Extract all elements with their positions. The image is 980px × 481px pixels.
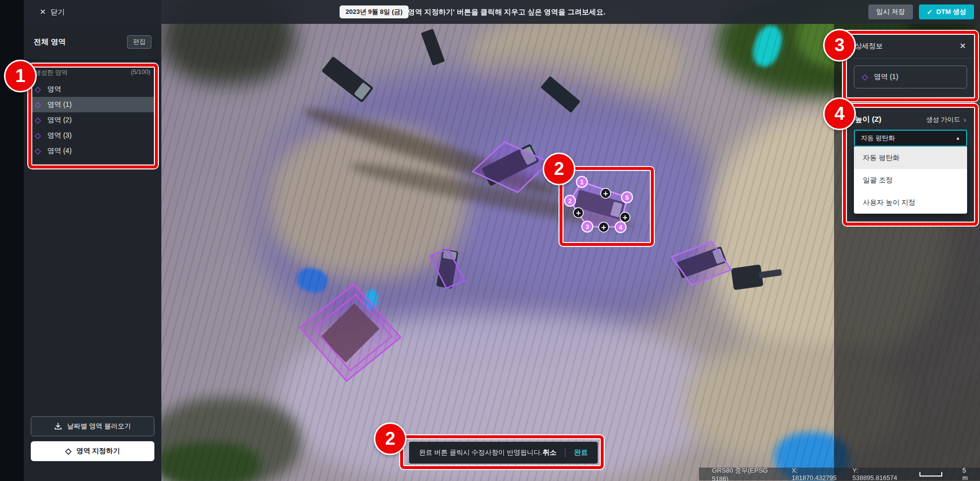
sidebar-header: 전체 영역 편집	[24, 24, 161, 61]
diamond-icon: ◇	[65, 447, 71, 455]
designate-area-button[interactable]: ◇ 영역 지정하기	[31, 441, 154, 461]
temp-save-button[interactable]: 임시 저장	[868, 4, 913, 19]
scale-bar	[919, 472, 942, 477]
selected-area-chip[interactable]: ◇ 영역 (1)	[854, 66, 967, 88]
dtm-generate-button[interactable]: ✓ DTM 생성	[919, 4, 974, 19]
area-list-item[interactable]: ◇ 영역 (3)	[30, 128, 155, 143]
download-icon	[54, 422, 62, 430]
detail-info-panel: 상세정보 ✕ ◇ 영역 (1)	[847, 34, 974, 96]
area-item-label: 영역	[47, 85, 61, 94]
diamond-icon: ◇	[35, 132, 41, 140]
area-sidebar: 전체 영역 편집 생성한 영역 (5/100) ◇ 영역 ◇ 영역 (1) ◇ …	[24, 24, 161, 481]
load-areas-label: 날짜별 영역 불러오기	[67, 422, 131, 431]
dropdown-option-auto-flatten[interactable]: 자동 평탄화	[854, 147, 967, 169]
divider	[565, 448, 565, 457]
close-editor-button[interactable]: ✕ 닫기	[40, 0, 65, 24]
x-coordinate: X: 181870.432795	[792, 467, 839, 481]
top-bar: ✕ 닫기 2023년 9월 8일 (금) '영역 지정하기' 버튼을 클릭해 지…	[24, 0, 980, 24]
diamond-icon: ◇	[35, 147, 41, 155]
area-item-label: 영역 (4)	[47, 147, 71, 156]
edit-button[interactable]: 편집	[127, 35, 151, 49]
list-header-row: 생성한 영역 (5/100)	[30, 69, 155, 77]
sidebar-title: 전체 영역	[34, 37, 66, 47]
selected-area-label: 영역 (1)	[874, 73, 898, 81]
diamond-icon: ◇	[35, 116, 41, 124]
height-panel-header: 높이 (Z) 생성 가이드 ›	[847, 107, 974, 129]
height-title: 높이 (Z)	[855, 115, 881, 124]
crs-label: GRS80 중부(EPSG 5186)	[712, 466, 778, 481]
area-list-item[interactable]: ◇ 영역	[30, 81, 155, 97]
area-item-label: 영역 (2)	[47, 116, 71, 125]
height-mode-dropdown: 자동 평탄화 일괄 조정 사용자 높이 지정	[854, 147, 967, 214]
generated-area-list: 생성한 영역 (5/100) ◇ 영역 ◇ 영역 (1) ◇ 영역 (2) ◇ …	[24, 61, 161, 159]
height-mode-select[interactable]: 자동 평탄화 ▲	[854, 130, 967, 147]
close-label: 닫기	[51, 7, 65, 17]
caret-up-icon: ▲	[956, 136, 960, 141]
scale-label: 5 m	[963, 467, 972, 481]
area-item-label: 영역 (1)	[47, 100, 71, 109]
edit-confirm-toolbar: 완료 버튼 클릭시 수정사항이 반영됩니다. 취소 완료	[409, 442, 598, 464]
close-icon[interactable]: ✕	[960, 41, 966, 51]
height-panel: 높이 (Z) 생성 가이드 › 자동 평탄화 ▲ 자동 평탄화 일괄 조정 사용…	[847, 107, 974, 221]
detail-panel-body: ◇ 영역 (1)	[847, 59, 974, 96]
height-mode-value: 자동 평탄화	[861, 134, 895, 143]
area-item-label: 영역 (3)	[47, 131, 71, 140]
list-count: (5/100)	[131, 69, 150, 77]
instruction-text: '영역 지정하기' 버튼을 클릭해 지우고 싶은 영역을 그려보세요.	[406, 0, 606, 24]
dropdown-option-user-height[interactable]: 사용자 높이 지정	[854, 191, 967, 214]
diamond-icon: ◇	[862, 73, 868, 81]
topbar-actions: 임시 저장 ✓ DTM 생성	[868, 4, 974, 19]
diamond-icon: ◇	[35, 85, 41, 93]
y-coordinate: Y: 538895.816574	[852, 467, 899, 481]
detail-panel-header: 상세정보 ✕	[847, 34, 974, 59]
dropdown-option-bulk-adjust[interactable]: 일괄 조정	[854, 169, 967, 191]
guide-label: 생성 가이드	[926, 115, 960, 124]
dtm-generate-label: DTM 생성	[936, 7, 966, 16]
area-list-item[interactable]: ◇ 영역 (4)	[30, 143, 155, 159]
check-icon: ✓	[927, 8, 932, 16]
area-list-item[interactable]: ◇ 영역 (2)	[30, 112, 155, 128]
chevron-right-icon: ›	[964, 115, 966, 124]
diamond-icon: ◇	[35, 101, 41, 109]
cancel-button[interactable]: 취소	[543, 448, 557, 457]
detail-panel-title: 상세정보	[855, 42, 883, 51]
designate-area-label: 영역 지정하기	[76, 447, 120, 456]
list-header-label: 생성한 영역	[35, 69, 68, 77]
load-areas-by-date-button[interactable]: 날짜별 영역 불러오기	[31, 416, 154, 436]
left-edge-strip	[0, 0, 24, 481]
generation-guide-link[interactable]: 생성 가이드 ›	[926, 115, 966, 124]
confirm-button[interactable]: 완료	[574, 448, 588, 457]
confirm-message: 완료 버튼 클릭시 수정사항이 반영됩니다.	[419, 448, 542, 457]
close-icon: ✕	[40, 7, 46, 16]
area-list-item-selected[interactable]: ◇ 영역 (1)	[30, 97, 155, 112]
confirm-actions: 취소 완료	[543, 448, 588, 457]
date-badge: 2023년 9월 8일 (금)	[340, 5, 409, 18]
dtm-editor-screen: + + + + 1 2 3 4 5 ✕ 닫기 2023년 9월 8일 (금) '…	[0, 0, 980, 481]
map-status-bar: GRS80 중부(EPSG 5186) X: 181870.432795 Y: …	[699, 468, 980, 481]
